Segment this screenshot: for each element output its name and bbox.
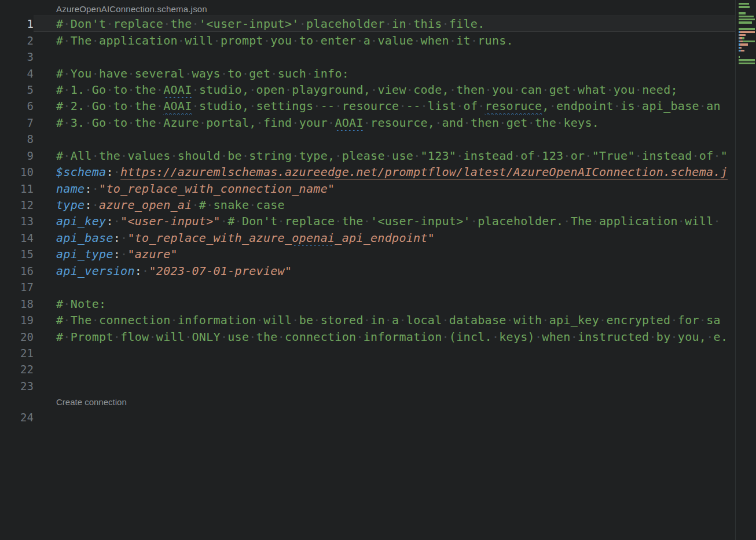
code-line: 7#·3.·Go·to·the·Azure·portal,·find·your·… <box>0 115 735 131</box>
code-line-content[interactable]: #·All·the·values·should·be·string·type,·… <box>34 148 735 164</box>
minimap-line <box>739 72 756 74</box>
code-token: "azure" <box>127 247 177 261</box>
code-line: 6#·2.·Go·to·the·AOAI·studio,·settings·--… <box>0 98 735 114</box>
code-token: azure_open_ai <box>99 198 192 212</box>
code-token: "<user-input>" <box>120 214 221 228</box>
line-number[interactable]: 20 <box>0 330 34 343</box>
minimap-line <box>739 37 756 39</box>
code-token: #·You·have·several·ways·to·get·such·info… <box>56 67 349 80</box>
minimap-segment <box>743 41 755 42</box>
code-line-content[interactable]: #·Prompt·flow·will·ONLY·use·the·connecti… <box>34 328 735 344</box>
line-number[interactable]: 14 <box>0 232 34 244</box>
line-number[interactable]: 10 <box>0 166 34 178</box>
code-line-content[interactable]: $schema:·https://azuremlschemas.azureedg… <box>34 164 735 180</box>
code-line-content[interactable] <box>34 378 735 394</box>
minimap-line <box>739 25 756 27</box>
minimap-segment <box>739 59 755 61</box>
minimap-line <box>739 47 756 49</box>
code-line: 13api_key:·"<user-input>"·#·Don't·replac… <box>0 213 735 229</box>
line-number[interactable]: 21 <box>0 347 34 359</box>
code-token: · <box>120 247 127 261</box>
code-token: api_base <box>56 231 113 245</box>
code-token: : <box>106 214 113 228</box>
code-line-content[interactable]: #·Note: <box>34 295 735 311</box>
line-number[interactable]: 12 <box>0 199 34 211</box>
line-number[interactable]: 23 <box>0 380 34 392</box>
code-token: #·Don't·replace·the·'<user-input>'·place… <box>56 17 485 31</box>
line-number[interactable]: 2 <box>0 34 34 47</box>
line-number[interactable]: 15 <box>0 248 34 260</box>
code-line-content[interactable] <box>34 131 735 147</box>
code-token: : <box>85 198 91 212</box>
minimap[interactable] <box>739 3 756 234</box>
minimap-segment <box>741 50 744 52</box>
minimap-line <box>739 59 756 61</box>
code-line-content[interactable]: #·1.·Go·to·the·AOAI·studio,·open·playgro… <box>34 82 735 98</box>
code-line: 18#·Note: <box>0 295 735 311</box>
line-number[interactable]: 22 <box>0 363 34 376</box>
line-number[interactable]: 7 <box>0 116 34 129</box>
minimap-segment <box>739 21 746 23</box>
minimap-line <box>739 69 756 71</box>
create-connection-link[interactable]: Create connection <box>56 397 127 407</box>
code-line-content[interactable]: name:·"to_replace_with_connection_name" <box>34 180 735 196</box>
line-number[interactable]: 13 <box>0 215 34 227</box>
code-line-content[interactable]: api_base:·"to_replace_with_azure_openai_… <box>34 230 735 246</box>
editor-right-boundary <box>735 0 736 540</box>
code-token: _api_endpoint" <box>335 231 435 245</box>
line-number[interactable]: 18 <box>0 297 34 310</box>
minimap-line <box>739 50 756 52</box>
code-line-content[interactable]: #·The·application·will·prompt·you·to·ent… <box>34 32 735 48</box>
code-line: 15api_type:·"azure" <box>0 246 735 262</box>
code-line-content[interactable]: api_type:·"azure" <box>34 246 735 262</box>
line-number[interactable]: 8 <box>0 133 34 145</box>
code-token: · <box>92 182 99 196</box>
code-token: api_version <box>56 264 135 278</box>
code-line-content[interactable]: #·2.·Go·to·the·AOAI·studio,·settings·--·… <box>34 98 735 114</box>
minimap-segment <box>739 12 746 14</box>
code-area[interactable]: 1#·Don't·replace·the·'<user-input>'·plac… <box>0 16 735 426</box>
code-token: name <box>56 182 85 196</box>
code-line: 10$schema:·https://azuremlschemas.azuree… <box>0 164 735 180</box>
code-token: resoruce <box>485 99 542 113</box>
code-token: #·2.·Go·to·the· <box>56 99 163 113</box>
code-line: 1#·Don't·replace·the·'<user-input>'·plac… <box>0 16 735 32</box>
minimap-segment <box>746 43 748 45</box>
minimap-segment <box>740 47 742 49</box>
line-number[interactable]: 11 <box>0 182 34 195</box>
code-line-content[interactable] <box>34 279 735 295</box>
code-token: AOAI <box>163 83 192 97</box>
code-editor: AzureOpenAIConnection.schema.json 1#·Don… <box>0 0 756 540</box>
code-line-content[interactable]: #·The·connection·information·will·be·sto… <box>34 312 735 328</box>
code-line-content[interactable] <box>34 345 735 361</box>
code-token: #·1.·Go·to·the· <box>56 83 163 97</box>
line-number[interactable]: 1 <box>0 17 34 30</box>
code-line-content[interactable]: type:·azure_open_ai·#·snake·case <box>34 197 735 213</box>
code-token: #·snake·case <box>199 198 285 212</box>
code-token: · <box>113 214 120 228</box>
schema-url-link[interactable]: https://azuremlschemas.azureedge.net/pro… <box>120 165 728 179</box>
minimap-line <box>739 19 756 20</box>
code-line-content[interactable] <box>34 361 735 377</box>
line-number[interactable]: 16 <box>0 265 34 277</box>
line-number[interactable]: 3 <box>0 50 34 63</box>
code-token: "to_replace_with_connection_name" <box>99 182 335 196</box>
line-number[interactable]: 17 <box>0 281 34 293</box>
code-line-content[interactable]: #·You·have·several·ways·to·get·such·info… <box>34 65 735 81</box>
code-line-content[interactable]: #·3.·Go·to·the·Azure·portal,·find·your·A… <box>34 115 735 131</box>
code-line: 9#·All·the·values·should·be·string·type,… <box>0 148 735 164</box>
line-number[interactable]: 6 <box>0 100 34 112</box>
line-number[interactable]: 24 <box>0 411 34 424</box>
line-number[interactable]: 4 <box>0 67 34 80</box>
code-line-content[interactable]: api_version:·"2023-07-01-preview" <box>34 263 735 279</box>
line-number[interactable]: 19 <box>0 314 34 326</box>
line-number[interactable]: 9 <box>0 149 34 162</box>
code-line-content[interactable] <box>34 409 735 425</box>
code-line-content[interactable]: api_key:·"<user-input>"·#·Don't·replace·… <box>34 213 735 229</box>
minimap-segment <box>740 34 746 36</box>
line-number[interactable]: 5 <box>0 83 34 96</box>
code-line-content[interactable] <box>34 49 735 65</box>
code-line-content[interactable]: #·Don't·replace·the·'<user-input>'·place… <box>34 16 735 32</box>
minimap-line <box>739 6 756 8</box>
minimap-segment <box>742 37 744 39</box>
